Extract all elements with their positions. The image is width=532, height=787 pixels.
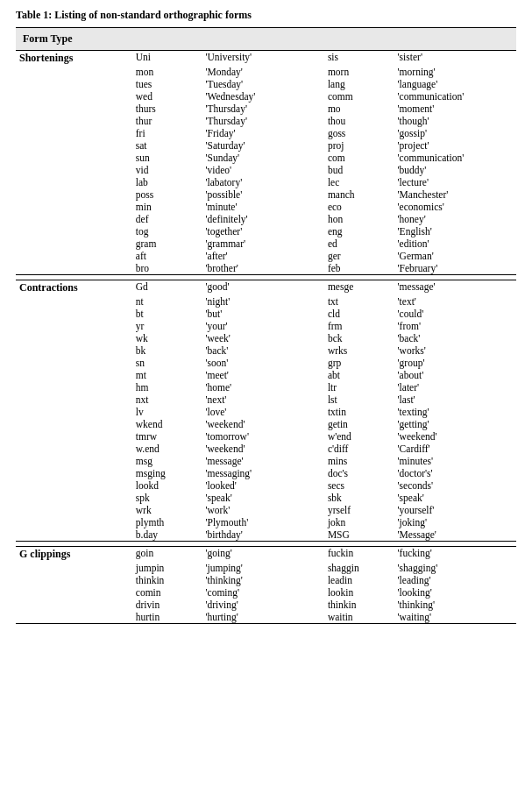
meaning-cell: 'meet' xyxy=(202,369,323,381)
meaning-cell: 'looked' xyxy=(202,479,323,492)
section-label-2 xyxy=(16,611,132,624)
meaning-cell2: 'gossip' xyxy=(394,127,516,139)
meaning-cell: 'tomorrow' xyxy=(202,430,323,443)
section-label-0 xyxy=(16,139,132,152)
section-label-1 xyxy=(16,332,132,344)
form-cell2: bck xyxy=(324,332,394,344)
col-header-form2 xyxy=(324,28,394,51)
meaning-cell2: 'German' xyxy=(394,250,516,262)
col-header-form1 xyxy=(132,28,202,51)
form-cell2: comm xyxy=(324,90,394,103)
form-cell2: doc's xyxy=(324,467,394,479)
meaning-cell: 'weekend' xyxy=(202,418,323,430)
meaning-cell2: 'works' xyxy=(394,344,516,357)
form-cell: tog xyxy=(132,225,202,238)
meaning-cell: 'brother' xyxy=(202,262,323,275)
section-label-1 xyxy=(16,504,132,516)
meaning-cell: 'home' xyxy=(202,381,323,394)
form-cell2: w'end xyxy=(324,430,394,443)
section-label-1 xyxy=(16,406,132,418)
meaning-cell: 'University' xyxy=(202,51,323,67)
section-label-0 xyxy=(16,90,132,103)
meaning-cell: 'next' xyxy=(202,394,323,406)
section-label-2 xyxy=(16,586,132,599)
meaning-cell2: 'buddy' xyxy=(394,164,516,176)
form-cell: wk xyxy=(132,332,202,344)
section-label-1 xyxy=(16,430,132,443)
form-cell: b.day xyxy=(132,528,202,542)
form-cell: lv xyxy=(132,406,202,418)
section-label-0 xyxy=(16,66,132,78)
meaning-cell2: 'communication' xyxy=(394,152,516,164)
section-label-0 xyxy=(16,225,132,238)
form-cell: thurs xyxy=(132,103,202,115)
meaning-cell2: 'speak' xyxy=(394,492,516,504)
form-cell: bt xyxy=(132,308,202,320)
meaning-cell: 'going' xyxy=(202,547,323,563)
meaning-cell: 'speak' xyxy=(202,492,323,504)
section-label-0 xyxy=(16,78,132,90)
form-cell2: ltr xyxy=(324,381,394,394)
form-cell2: thinkin xyxy=(324,599,394,611)
meaning-cell: 'Tuesday' xyxy=(202,78,323,90)
form-cell2: sis xyxy=(324,51,394,67)
meaning-cell2: 'economics' xyxy=(394,201,516,213)
form-cell2: thou xyxy=(324,115,394,127)
meaning-cell: 'weekend' xyxy=(202,443,323,455)
form-cell2: goss xyxy=(324,127,394,139)
section-label-1 xyxy=(16,455,132,467)
meaning-cell2: 'later' xyxy=(394,381,516,394)
meaning-cell: 'Thursday' xyxy=(202,103,323,115)
form-cell: sat xyxy=(132,139,202,152)
meaning-cell2: 'Cardiff' xyxy=(394,443,516,455)
meaning-cell2: 'communication' xyxy=(394,90,516,103)
meaning-cell2: 'moment' xyxy=(394,103,516,115)
section-label-1 xyxy=(16,516,132,528)
form-cell2: leadin xyxy=(324,574,394,586)
form-cell: wkend xyxy=(132,418,202,430)
form-cell2: bud xyxy=(324,164,394,176)
section-label-1 xyxy=(16,357,132,369)
form-cell2: com xyxy=(324,152,394,164)
form-cell2: txtin xyxy=(324,406,394,418)
section-label-2 xyxy=(16,574,132,586)
meaning-cell2: 'group' xyxy=(394,357,516,369)
meaning-cell: 'week' xyxy=(202,332,323,344)
form-cell2: eco xyxy=(324,201,394,213)
section-label-0 xyxy=(16,152,132,164)
meaning-cell: 'hurting' xyxy=(202,611,323,624)
form-cell: drivin xyxy=(132,599,202,611)
meaning-cell2: 'back' xyxy=(394,332,516,344)
form-cell2: hon xyxy=(324,213,394,225)
table-title: Table 1: Listing of non-standard orthogr… xyxy=(16,9,516,22)
section-label-0 xyxy=(16,201,132,213)
section-label-2 xyxy=(16,562,132,574)
form-cell: msg xyxy=(132,455,202,467)
meaning-cell: 'driving' xyxy=(202,599,323,611)
meaning-cell: 'night' xyxy=(202,295,323,308)
form-cell2: lec xyxy=(324,176,394,188)
meaning-cell2: 'minutes' xyxy=(394,455,516,467)
section-label-1 xyxy=(16,308,132,320)
meaning-cell2: 'could' xyxy=(394,308,516,320)
meaning-cell: 'Sunday' xyxy=(202,152,323,164)
section-label-1 xyxy=(16,344,132,357)
meaning-cell2: 'project' xyxy=(394,139,516,152)
meaning-cell2: 'sister' xyxy=(394,51,516,67)
form-cell2: proj xyxy=(324,139,394,152)
form-cell2: feb xyxy=(324,262,394,275)
form-cell: aft xyxy=(132,250,202,262)
col-header-meaning1 xyxy=(202,28,323,51)
form-cell: plymth xyxy=(132,516,202,528)
section-label-1 xyxy=(16,528,132,542)
meaning-cell2: 'edition' xyxy=(394,238,516,250)
section-label-0 xyxy=(16,238,132,250)
meaning-cell: 'together' xyxy=(202,225,323,238)
form-cell2: yrself xyxy=(324,504,394,516)
form-cell2: mo xyxy=(324,103,394,115)
form-cell2: manch xyxy=(324,188,394,201)
meaning-cell2: 'English' xyxy=(394,225,516,238)
form-cell2: mesge xyxy=(324,280,394,296)
meaning-cell: 'soon' xyxy=(202,357,323,369)
meaning-cell: 'jumping' xyxy=(202,562,323,574)
